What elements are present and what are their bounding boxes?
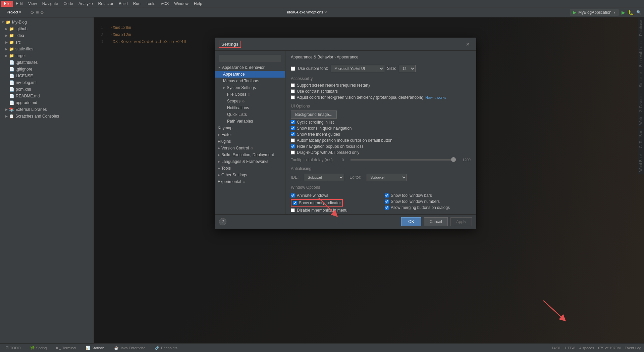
menu-view[interactable]: View bbox=[25, 1, 40, 7]
event-log-tab[interactable]: Event Log bbox=[625, 346, 641, 350]
status-todo-tab[interactable]: ☑ TODO bbox=[3, 345, 23, 351]
menu-vcs[interactable]: VCS bbox=[158, 1, 172, 7]
menu-navigate[interactable]: Navigate bbox=[40, 1, 61, 7]
project-tab[interactable]: Project ▾ bbox=[3, 9, 25, 16]
menu-window[interactable]: Window bbox=[171, 1, 191, 7]
tree-build-execution[interactable]: ▶ Build, Execution, Deployment bbox=[215, 151, 285, 158]
menu-file[interactable]: File bbox=[1, 1, 13, 7]
tree-keymap[interactable]: Keymap bbox=[215, 125, 285, 131]
font-size-select[interactable]: 12 bbox=[399, 65, 416, 72]
tree-experimental[interactable]: Experimental ⚙ bbox=[215, 178, 285, 185]
allow-merging-checkbox[interactable] bbox=[385, 206, 389, 210]
custom-font-row: Use custom font: Microsoft YaHei UI Size… bbox=[291, 65, 471, 72]
animate-windows-checkbox[interactable] bbox=[291, 193, 295, 197]
accessibility-color-adjust: Adjust colors for red-green vision defic… bbox=[291, 95, 471, 100]
tooltip-slider-thumb[interactable] bbox=[451, 157, 456, 162]
drag-drop-alt-checkbox[interactable] bbox=[291, 150, 295, 155]
ide-antialiasing-select[interactable]: Subpixel bbox=[304, 174, 344, 181]
tree-tools[interactable]: ▶ Tools bbox=[215, 165, 285, 172]
search-everywhere-button[interactable]: 🔍 bbox=[636, 10, 641, 15]
sidebar-static-files[interactable]: ▶ 📁 static-files bbox=[0, 46, 94, 52]
color-adjust-checkbox[interactable] bbox=[291, 95, 295, 99]
apply-button[interactable]: Apply bbox=[450, 217, 472, 226]
show-tool-bars-checkbox[interactable] bbox=[385, 193, 389, 197]
sidebar-target[interactable]: ▶ 📁 target bbox=[0, 52, 94, 59]
tree-notifications[interactable]: Notifications bbox=[215, 104, 285, 111]
font-select[interactable]: Microsoft YaHei UI bbox=[331, 65, 384, 72]
sidebar-gitattributes[interactable]: 📄 .gitattributes bbox=[0, 59, 94, 66]
show-tool-numbers-checkbox[interactable] bbox=[385, 200, 389, 204]
tree-indent-checkbox[interactable] bbox=[291, 132, 295, 136]
tree-appearance[interactable]: Appearance bbox=[215, 71, 285, 78]
ok-button[interactable]: OK bbox=[401, 217, 421, 226]
project-root[interactable]: ▼ 📁 My-Blog bbox=[0, 19, 94, 26]
status-terminal-tab[interactable]: ▶_ Terminal bbox=[53, 345, 79, 351]
gear-icon[interactable]: ⚙ bbox=[40, 10, 44, 15]
disable-mnemonics-checkbox[interactable] bbox=[291, 208, 295, 212]
contrast-scrollbars-checkbox[interactable] bbox=[291, 89, 295, 93]
help-button[interactable]: ? bbox=[219, 218, 226, 225]
menu-help[interactable]: Help bbox=[191, 1, 205, 7]
menu-edit[interactable]: Edit bbox=[13, 1, 25, 7]
status-spring-tab[interactable]: 🌿 Spring bbox=[28, 345, 50, 351]
menu-refactor[interactable]: Refactor bbox=[96, 1, 116, 7]
tree-languages[interactable]: ▶ Languages & Frameworks bbox=[215, 158, 285, 165]
menu-tools[interactable]: Tools bbox=[143, 1, 158, 7]
tree-appearance-behavior[interactable]: ▼ Appearance & Behavior bbox=[215, 64, 285, 71]
background-image-button[interactable]: Background Image... bbox=[291, 111, 337, 119]
sidebar-external-libs[interactable]: ▶ 📚 External Libraries bbox=[0, 106, 94, 113]
encoding-info[interactable]: UTF-8 bbox=[565, 346, 575, 350]
hide-nav-popups-checkbox[interactable] bbox=[291, 144, 295, 148]
tree-path-variables[interactable]: Path Variables bbox=[215, 118, 285, 125]
sidebar-scratches[interactable]: ▶ 📋 Scratches and Consoles bbox=[0, 113, 94, 120]
show-memory-checkbox[interactable] bbox=[293, 201, 297, 205]
tree-scopes[interactable]: Scopes ⚙ bbox=[215, 98, 285, 104]
tree-version-control[interactable]: ▶ Version Control ⚙ bbox=[215, 145, 285, 151]
cyclic-scrolling-checkbox[interactable] bbox=[291, 120, 295, 124]
tree-system-settings[interactable]: ▶ System Settings bbox=[215, 84, 285, 91]
tree-file-colors[interactable]: File Colors ⚙ bbox=[215, 91, 285, 98]
settings-search-input[interactable] bbox=[219, 55, 281, 61]
sidebar-pom[interactable]: 📄 pom.xml bbox=[0, 86, 94, 93]
tree-quick-lists[interactable]: Quick Lists bbox=[215, 111, 285, 118]
menu-build[interactable]: Build bbox=[116, 1, 130, 7]
menu-analyze[interactable]: Analyze bbox=[76, 1, 96, 7]
sidebar-gitignore[interactable]: 📄 .gitignore bbox=[0, 66, 94, 73]
tree-editor[interactable]: ▶ Editor bbox=[215, 131, 285, 138]
animate-windows-row: Animate windows bbox=[291, 193, 377, 198]
auto-position-cursor-checkbox[interactable] bbox=[291, 138, 295, 142]
menu-code[interactable]: Code bbox=[61, 1, 76, 7]
editor-tab[interactable]: idea64.exe.vmoptions ✕ bbox=[283, 9, 331, 16]
how-it-works-link[interactable]: How it works bbox=[425, 95, 446, 99]
memory-indicator[interactable]: 679 of 1979M bbox=[598, 346, 621, 350]
sidebar-readme[interactable]: 📄 README.md bbox=[0, 93, 94, 99]
indent-info[interactable]: 4 spaces bbox=[579, 346, 594, 350]
cancel-button[interactable]: Cancel bbox=[424, 217, 448, 226]
status-statistic-tab[interactable]: 📊 Statistic bbox=[83, 345, 107, 351]
editor-antialiasing-select[interactable]: Subpixel bbox=[367, 174, 407, 181]
status-endpoints-tab[interactable]: 🔗 Endpoints bbox=[152, 345, 180, 351]
tree-plugins[interactable]: Plugins bbox=[215, 138, 285, 145]
run-config[interactable]: ▶ MyBlogApplication ▾ bbox=[570, 9, 619, 16]
sidebar-upgrade[interactable]: 📄 upgrade.md bbox=[0, 99, 94, 106]
ide-label: IDE: bbox=[291, 175, 299, 180]
window-left-col: Animate windows Show memory indicator bbox=[291, 192, 377, 214]
use-custom-font-checkbox[interactable] bbox=[291, 67, 295, 71]
sidebar-idea[interactable]: ▶ 📁 .idea bbox=[0, 32, 94, 39]
run-button[interactable]: ▶ bbox=[622, 10, 625, 15]
menu-run[interactable]: Run bbox=[130, 1, 143, 7]
sidebar-iml[interactable]: 📄 my-blog.iml bbox=[0, 79, 94, 86]
tree-other-settings[interactable]: ▶ Other Settings bbox=[215, 172, 285, 178]
status-right: 14:31 UTF-8 4 spaces 679 of 1979M Event … bbox=[551, 346, 641, 350]
show-icons-nav-checkbox[interactable] bbox=[291, 126, 295, 130]
debug-button[interactable]: 🐛 bbox=[628, 10, 634, 15]
sync-icon[interactable]: ⟳ bbox=[31, 10, 35, 15]
tree-menus-toolbars[interactable]: Menus and Toolbars bbox=[215, 78, 285, 84]
screen-readers-checkbox[interactable] bbox=[291, 83, 295, 87]
sidebar-github[interactable]: ▶ 📁 .github bbox=[0, 26, 94, 32]
close-button[interactable]: ✕ bbox=[464, 41, 472, 48]
sidebar-license[interactable]: 📄 LICENSE bbox=[0, 73, 94, 79]
status-java-enterprise-tab[interactable]: ☕ Java Enterprise bbox=[111, 345, 148, 351]
settings-icon[interactable]: ≡ bbox=[36, 10, 39, 15]
sidebar-src[interactable]: ▶ 📁 src bbox=[0, 39, 94, 46]
